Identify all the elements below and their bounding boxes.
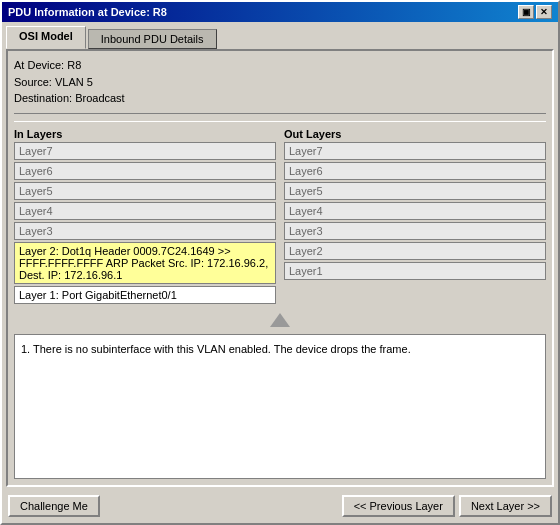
- out-layer5: Layer5: [284, 182, 546, 200]
- window-title: PDU Information at Device: R8: [8, 6, 167, 18]
- separator2: [14, 121, 546, 122]
- out-layer6: Layer6: [284, 162, 546, 180]
- description-text: 1. There is no subinterface with this VL…: [21, 341, 539, 358]
- next-layer-button[interactable]: Next Layer >>: [459, 495, 552, 517]
- destination-label: Destination: Broadcast: [14, 90, 546, 107]
- out-layer4: Layer4: [284, 202, 546, 220]
- close-button[interactable]: ✕: [536, 5, 552, 19]
- restore-button[interactable]: ▣: [518, 5, 534, 19]
- in-layer2[interactable]: Layer 2: Dot1q Header 0009.7C24.1649 >> …: [14, 242, 276, 284]
- in-layer7: Layer7: [14, 142, 276, 160]
- in-layer1[interactable]: Layer 1: Port GigabitEthernet0/1: [14, 286, 276, 304]
- tab-osi-model[interactable]: OSI Model: [6, 26, 86, 49]
- out-layer7: Layer7: [284, 142, 546, 160]
- in-layer5: Layer5: [14, 182, 276, 200]
- bottom-bar: Challenge Me << Previous Layer Next Laye…: [2, 491, 558, 523]
- out-layer2: Layer2: [284, 242, 546, 260]
- out-layer3: Layer3: [284, 222, 546, 240]
- main-window: PDU Information at Device: R8 ▣ ✕ OSI Mo…: [0, 0, 560, 525]
- challenge-me-button[interactable]: Challenge Me: [8, 495, 100, 517]
- in-layer4: Layer4: [14, 202, 276, 220]
- in-layer3: Layer3: [14, 222, 276, 240]
- title-controls: ▣ ✕: [518, 5, 552, 19]
- description-box: 1. There is no subinterface with this VL…: [14, 334, 546, 480]
- nav-buttons: << Previous Layer Next Layer >>: [342, 495, 552, 517]
- up-arrow-icon: [270, 313, 290, 327]
- in-layers-column: In Layers Layer7 Layer6 Layer5 Layer4 La…: [14, 128, 276, 306]
- arrow-section: [14, 312, 546, 328]
- out-layer1: Layer1: [284, 262, 546, 280]
- at-device-label: At Device: R8: [14, 57, 546, 74]
- in-layers-title: In Layers: [14, 128, 276, 140]
- out-layers-title: Out Layers: [284, 128, 546, 140]
- title-bar: PDU Information at Device: R8 ▣ ✕: [2, 2, 558, 22]
- device-info: At Device: R8 Source: VLAN 5 Destination…: [14, 57, 546, 107]
- content-area: At Device: R8 Source: VLAN 5 Destination…: [6, 49, 554, 487]
- in-layer6: Layer6: [14, 162, 276, 180]
- separator1: [14, 113, 546, 114]
- out-layers-column: Out Layers Layer7 Layer6 Layer5 Layer4 L…: [284, 128, 546, 306]
- tab-bar: OSI Model Inbound PDU Details: [2, 22, 558, 49]
- prev-layer-button[interactable]: << Previous Layer: [342, 495, 455, 517]
- layers-section: In Layers Layer7 Layer6 Layer5 Layer4 La…: [14, 128, 546, 306]
- tab-inbound-pdu[interactable]: Inbound PDU Details: [88, 29, 217, 49]
- source-label: Source: VLAN 5: [14, 74, 546, 91]
